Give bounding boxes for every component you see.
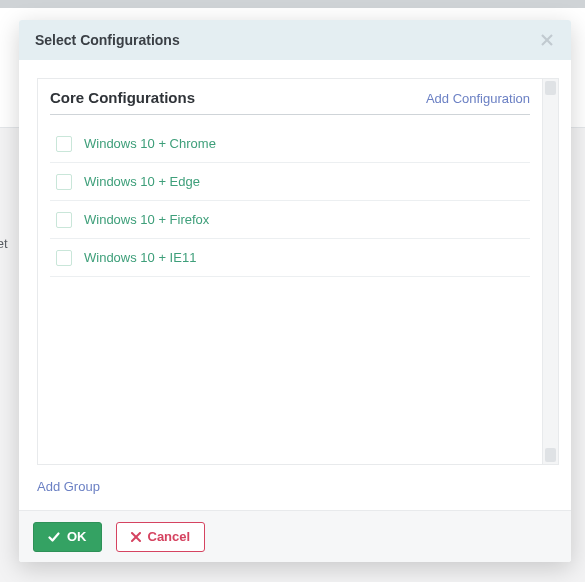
- dialog-body: Core Configurations Add Configuration Wi…: [19, 60, 571, 510]
- config-row: Windows 10 + IE11: [50, 239, 530, 277]
- ok-button[interactable]: OK: [33, 522, 102, 552]
- config-label[interactable]: Windows 10 + Chrome: [84, 136, 216, 151]
- config-row: Windows 10 + Chrome: [50, 125, 530, 163]
- ok-button-label: OK: [67, 529, 87, 544]
- group-header: Core Configurations Add Configuration: [50, 87, 530, 115]
- config-checkbox[interactable]: [56, 250, 72, 266]
- close-button[interactable]: [537, 30, 557, 50]
- cancel-button[interactable]: Cancel: [116, 522, 206, 552]
- bg-side-label: Pet: [0, 236, 8, 251]
- dialog-header: Select Configurations: [19, 20, 571, 60]
- config-label[interactable]: Windows 10 + Edge: [84, 174, 200, 189]
- config-label[interactable]: Windows 10 + Firefox: [84, 212, 209, 227]
- cancel-x-icon: [131, 532, 141, 542]
- add-group-link[interactable]: Add Group: [37, 479, 559, 494]
- bg-text-fragment: e P: [0, 10, 1, 24]
- select-configurations-dialog: Select Configurations Core Configuration…: [19, 20, 571, 562]
- group-title: Core Configurations: [50, 89, 195, 106]
- cancel-button-label: Cancel: [148, 529, 191, 544]
- scrollbar[interactable]: [543, 78, 559, 465]
- config-label[interactable]: Windows 10 + IE11: [84, 250, 196, 265]
- configurations-panel: Core Configurations Add Configuration Wi…: [37, 78, 543, 465]
- add-configuration-link[interactable]: Add Configuration: [426, 91, 530, 106]
- check-icon: [48, 531, 60, 543]
- config-checkbox[interactable]: [56, 174, 72, 190]
- close-icon: [540, 33, 554, 47]
- config-checkbox[interactable]: [56, 212, 72, 228]
- dialog-title: Select Configurations: [35, 32, 180, 48]
- config-row: Windows 10 + Firefox: [50, 201, 530, 239]
- config-checkbox[interactable]: [56, 136, 72, 152]
- scrollbar-down-icon: [545, 448, 556, 462]
- dialog-footer: OK Cancel: [19, 510, 571, 562]
- bg-strip: [0, 0, 585, 8]
- config-row: Windows 10 + Edge: [50, 163, 530, 201]
- scroll-container: Core Configurations Add Configuration Wi…: [37, 78, 559, 465]
- scrollbar-up-icon: [545, 81, 556, 95]
